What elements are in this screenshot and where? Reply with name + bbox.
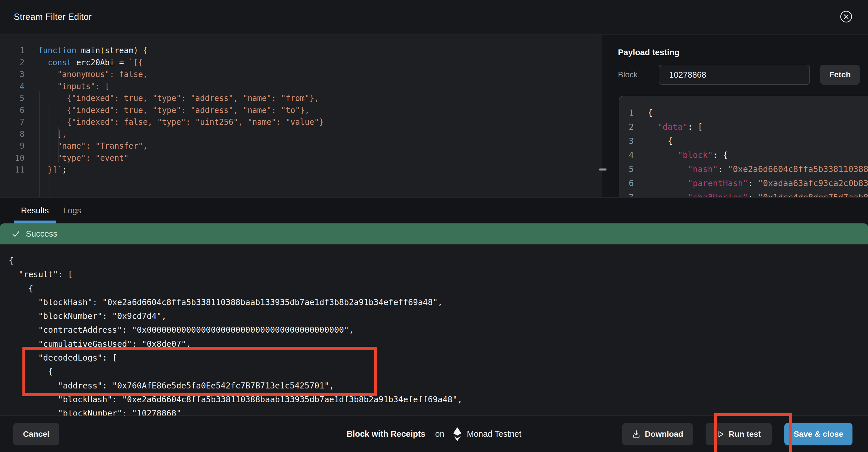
success-label: Success [26, 229, 58, 239]
code-line: 2 const erc20Abi = `[{ [0, 57, 602, 69]
result-line: { [9, 282, 868, 296]
results-output[interactable]: { "result": [ { "blockHash": "0xe2a6d660… [0, 244, 868, 416]
ethereum-diamond-icon [453, 427, 462, 441]
code-line: 10 "type": "event" [0, 152, 602, 164]
editor-lines: 1function main(stream) {2 const erc20Abi… [0, 44, 602, 176]
block-row: Block Fetch [618, 65, 860, 85]
line-number: 10 [7, 152, 25, 164]
line-number: 2 [624, 120, 634, 134]
code-line: 11 }]`; [0, 164, 602, 176]
check-icon [11, 229, 21, 239]
code-line: 7 "sha3Uncles": "0x1dcc4de8dec75d7aab85b… [619, 190, 868, 197]
line-number: 1 [624, 106, 634, 120]
line-number: 7 [7, 116, 25, 128]
payload-testing-panel: Payload testing Block Fetch 1{2 "data": … [607, 35, 868, 197]
result-line: { [9, 254, 868, 268]
save-close-button[interactable]: Save & close [784, 423, 852, 445]
line-number: 4 [7, 81, 25, 93]
code-line: 6 "parentHash": "0xadaa63afc93ca2c0b83df… [619, 176, 868, 190]
modal-header: Stream Filter Editor [0, 0, 868, 34]
indent-guide [49, 103, 50, 197]
line-number: 3 [7, 68, 25, 81]
tab-logs[interactable]: Logs [56, 198, 89, 223]
result-line: "result": [ [9, 268, 868, 281]
code-line: 7 {"indexed": false, "type": "uint256", … [0, 116, 602, 128]
payload-json-preview[interactable]: 1{2 "data": [3 {4 "block": {5 "hash": "0… [619, 96, 868, 197]
block-label: Block [618, 70, 659, 79]
on-label: on [435, 429, 444, 439]
result-line: "address": "0x760AfE86e5de5fa0Ee542fc7B7… [9, 379, 868, 393]
stream-summary: Block with Receipts on Monad Testnet [347, 427, 521, 441]
indent-guide [58, 127, 59, 163]
download-button[interactable]: Download [622, 423, 693, 445]
run-test-button[interactable]: Run test [706, 423, 772, 445]
line-number: 11 [7, 164, 25, 176]
tab-results[interactable]: Results [14, 198, 56, 223]
preview-lines: 1{2 "data": [3 {4 "block": {5 "hash": "0… [619, 106, 868, 197]
editor-right-divider [598, 35, 598, 197]
result-line: "contractAddress": "0x000000000000000000… [9, 323, 868, 337]
code-line: 8 ], [0, 128, 602, 140]
line-number: 6 [7, 104, 25, 116]
run-test-label: Run test [728, 429, 761, 439]
fetch-button[interactable]: Fetch [820, 65, 860, 85]
line-number: 8 [7, 128, 25, 140]
code-line: 6 {"indexed": true, "type": "address", "… [0, 104, 602, 116]
result-line: { [9, 365, 868, 379]
result-line: "blockHash": "0xe2a6d6604c8ffa5b33811038… [9, 296, 868, 309]
code-line: 3 "anonymous": false, [0, 68, 602, 81]
code-line: 9 "name": "Transfer", [0, 140, 602, 152]
stream-filter-editor-modal: Stream Filter Editor 1function main(stre… [0, 0, 868, 452]
result-lines: { "result": [ { "blockHash": "0xe2a6d660… [9, 254, 868, 416]
download-icon [632, 430, 641, 439]
code-line: 5 {"indexed": true, "type": "address", "… [0, 92, 602, 104]
line-number: 5 [7, 92, 25, 104]
code-line: 1function main(stream) { [0, 44, 602, 57]
indent-guide [39, 91, 40, 197]
line-number: 1 [7, 44, 25, 57]
success-banner: Success [0, 223, 868, 244]
result-line: "blockNumber": "0x9cd7d4", [9, 309, 868, 323]
play-icon [716, 430, 724, 438]
code-line: 4 "inputs": [ [0, 81, 602, 93]
close-button[interactable] [839, 10, 853, 24]
result-line: "cumulativeGasUsed": "0x8de07", [9, 337, 868, 351]
editor-scrollbar-thumb[interactable] [599, 169, 607, 171]
payload-testing-heading: Payload testing [618, 48, 679, 57]
network-label: Monad Testnet [467, 429, 521, 439]
download-label: Download [645, 429, 683, 439]
code-editor[interactable]: 1function main(stream) {2 const erc20Abi… [0, 35, 602, 197]
line-number: 5 [624, 162, 634, 176]
block-number-input[interactable] [659, 65, 810, 85]
code-line: 2 "data": [ [619, 120, 868, 134]
results-tabs-row: Results Logs [0, 197, 868, 223]
result-line: "blockNumber": "10278868" [9, 406, 868, 416]
result-line: "decodedLogs": [ [9, 351, 868, 365]
line-number: 2 [7, 57, 25, 69]
cancel-button[interactable]: Cancel [13, 423, 59, 445]
modal-footer: Cancel Block with Receipts on Monad Test… [0, 416, 868, 452]
page-title: Stream Filter Editor [14, 12, 92, 22]
code-line: 5 "hash": "0xe2a6d6604c8ffa5b338110388ba… [619, 162, 868, 176]
line-number: 7 [624, 190, 634, 197]
close-icon [840, 10, 852, 23]
code-line: 3 { [619, 134, 868, 148]
code-line: 4 "block": { [619, 148, 868, 162]
result-line: "blockHash": "0xe2a6d6604c8ffa5b33811038… [9, 393, 868, 406]
line-number: 4 [624, 148, 634, 162]
line-number: 3 [624, 134, 634, 148]
line-number: 9 [7, 140, 25, 152]
dataset-label: Block with Receipts [347, 429, 425, 439]
footer-actions: Download Run test Save & close [622, 423, 852, 445]
code-line: 1{ [619, 106, 868, 120]
line-number: 6 [624, 176, 634, 190]
